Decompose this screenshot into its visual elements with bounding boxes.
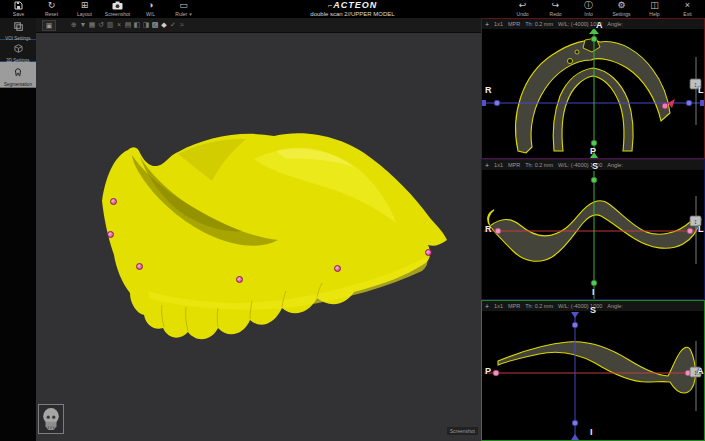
- mpr-view-sagittal[interactable]: + 1x1 MPR Th: 0.2 mm W/L: (-4000) 1000 A…: [481, 300, 705, 441]
- settings-label: Settings: [612, 11, 630, 17]
- segmentation-toolbar: ▣ ⊕ ▼ ▦ ↺ ▥ × ▤ ◧ ◨ ▨ ◆ ✓ ≈: [36, 18, 481, 33]
- orientation-label-superior: S: [590, 305, 596, 315]
- grid-layout-value[interactable]: 1x1: [494, 162, 503, 168]
- mpr-toolbar: + 1x1 MPR Th: 0.2 mm W/L: (-4000) 1000 A…: [482, 19, 704, 29]
- sidebar-item-label: Segmentation: [4, 82, 32, 87]
- 3d-viewport[interactable]: Screenshot: [36, 33, 481, 441]
- tooth-icon: [13, 63, 23, 81]
- fiducial-marker[interactable]: [236, 276, 243, 283]
- confirm-tool-icon[interactable]: ✓: [169, 21, 177, 29]
- pan-icon[interactable]: +: [485, 21, 489, 28]
- curve-tool-icon[interactable]: ≈: [178, 21, 186, 29]
- delete-tool-icon[interactable]: ×: [115, 21, 123, 29]
- segmentation-tool-icon[interactable]: ▦: [88, 21, 96, 29]
- orientation-label-left: L: [698, 224, 704, 234]
- slider-arrows-icon: ↕: [694, 81, 698, 88]
- mpr-view-coronal[interactable]: + 1x1 MPR Th: 0.2 mm W/L: (-4000) 1000 A…: [481, 159, 705, 300]
- axial-slice-canvas[interactable]: ↕: [482, 19, 704, 158]
- upper-jaw-model[interactable]: [36, 33, 481, 441]
- cube-icon: [14, 39, 23, 57]
- exit-button[interactable]: × Exit: [671, 1, 704, 17]
- left-sidebar: VOI Settings 3D Settings Segmentation: [0, 18, 36, 441]
- segmentation-tool-icon[interactable]: ▥: [106, 21, 114, 29]
- help-label: Help: [649, 11, 659, 17]
- fiducial-marker[interactable]: [136, 263, 143, 270]
- screenshot-watermark: Screenshot: [447, 427, 478, 435]
- fiducial-marker[interactable]: [334, 265, 341, 272]
- brush-tool-icon[interactable]: ◆: [160, 21, 168, 29]
- coronal-slice-canvas[interactable]: ↕: [482, 160, 704, 299]
- segmentation-tool-icon[interactable]: ▤: [124, 21, 132, 29]
- sagittal-slice-canvas[interactable]: ↕: [482, 301, 704, 440]
- help-button[interactable]: ◫ Help: [638, 1, 671, 17]
- orientation-label-left: L: [698, 85, 704, 95]
- undo-label: Undo: [517, 11, 529, 17]
- orientation-skull-thumbnail[interactable]: [38, 404, 64, 434]
- sidebar-item-segmentation[interactable]: Segmentation: [0, 62, 36, 88]
- fiducial-marker[interactable]: [107, 231, 114, 238]
- redo-label: Redo: [550, 11, 562, 17]
- info-label: Info: [584, 11, 592, 17]
- exit-label: Exit: [683, 11, 691, 17]
- orientation-label-anterior: A: [596, 20, 603, 30]
- fiducial-marker[interactable]: [110, 198, 117, 205]
- mode-value[interactable]: MPR: [508, 21, 520, 27]
- angle-value[interactable]: Angle:: [607, 303, 623, 309]
- segmentation-tool-icon[interactable]: ◧: [133, 21, 141, 29]
- grid-layout-value[interactable]: 1x1: [494, 303, 503, 309]
- angle-value[interactable]: Angle:: [607, 21, 623, 27]
- mpr-view-axial[interactable]: + 1x1 MPR Th: 0.2 mm W/L: (-4000) 1000 A…: [481, 18, 705, 159]
- undo-button[interactable]: ↩ Undo: [506, 1, 539, 17]
- orientation-label-posterior: P: [485, 366, 491, 376]
- mpr-panel: + 1x1 MPR Th: 0.2 mm W/L: (-4000) 1000 A…: [481, 18, 705, 441]
- application-window: Save ↻ Reset ⊞ Layout Screenshot ◑ W/L: [0, 0, 705, 441]
- segmentation-tool-icon[interactable]: ▼: [79, 21, 87, 29]
- slider-arrows-icon: ↕: [694, 218, 698, 225]
- orientation-label-inferior: I: [590, 427, 593, 437]
- close-icon: ×: [685, 1, 690, 10]
- pencil-tool-icon[interactable]: ▨: [151, 21, 159, 29]
- info-button[interactable]: ⓘ Info: [572, 1, 605, 17]
- thickness-value[interactable]: Th: 0.2 mm: [525, 303, 553, 309]
- sidebar-item-voi-settings[interactable]: VOI Settings: [0, 18, 36, 40]
- segmentation-tool-icon[interactable]: ↺: [97, 21, 105, 29]
- redo-icon: ↪: [552, 1, 560, 10]
- gear-icon: ⚙: [617, 1, 625, 10]
- top-toolbar: Save ↻ Reset ⊞ Layout Screenshot ◑ W/L: [0, 0, 705, 18]
- settings-button[interactable]: ⚙ Settings: [605, 1, 638, 17]
- voi-layers-icon: [14, 17, 23, 35]
- pan-icon[interactable]: +: [485, 303, 489, 310]
- thickness-value[interactable]: Th: 0.2 mm: [525, 162, 553, 168]
- redo-button[interactable]: ↪ Redo: [539, 1, 572, 17]
- toolbar-right-group: ↩ Undo ↪ Redo ⓘ Info ⚙ Settings ◫ Help ×…: [506, 1, 704, 17]
- orientation-label-posterior: P: [590, 146, 596, 156]
- orientation-label-right: R: [485, 224, 492, 234]
- orientation-label-superior: S: [592, 161, 598, 171]
- orientation-label-right: R: [485, 85, 492, 95]
- help-icon: ◫: [650, 1, 659, 10]
- view-preset-icon[interactable]: ▣: [42, 20, 56, 31]
- mode-value[interactable]: MPR: [508, 162, 520, 168]
- angle-value[interactable]: Angle:: [607, 162, 623, 168]
- skull-icon: [40, 406, 62, 432]
- mode-value[interactable]: MPR: [508, 303, 520, 309]
- segmentation-tool-group: ⊕ ▼ ▦ ↺ ▥ × ▤ ◧ ◨ ▨ ◆ ✓ ≈: [70, 21, 186, 29]
- undo-icon: ↩: [519, 1, 527, 10]
- fiducial-marker[interactable]: [425, 249, 432, 256]
- sidebar-item-3d-settings[interactable]: 3D Settings: [0, 40, 36, 62]
- thickness-value[interactable]: Th: 0.2 mm: [525, 21, 553, 27]
- info-icon: ⓘ: [584, 1, 593, 10]
- grid-layout-value[interactable]: 1x1: [494, 21, 503, 27]
- orientation-label-anterior: A: [697, 366, 704, 376]
- orientation-label-inferior: I: [592, 287, 595, 297]
- pan-icon[interactable]: +: [485, 162, 489, 169]
- segmentation-tool-icon[interactable]: ◨: [142, 21, 150, 29]
- pan-tool-icon[interactable]: ⊕: [70, 21, 78, 29]
